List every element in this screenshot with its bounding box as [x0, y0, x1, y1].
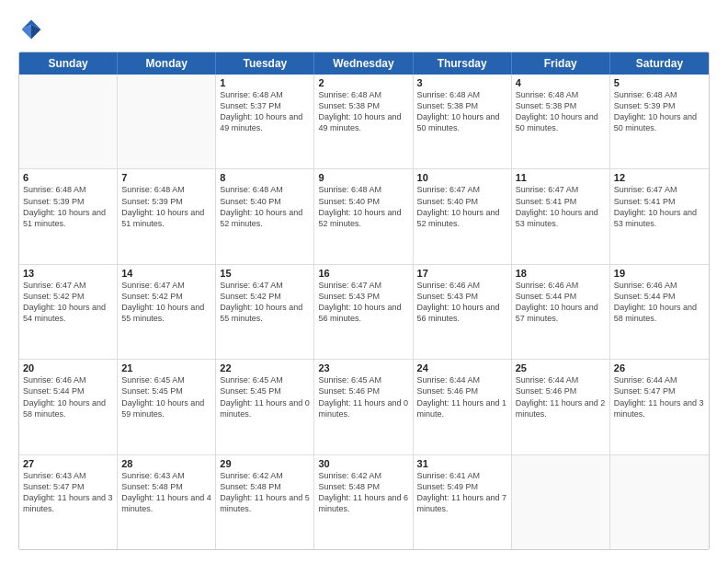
calendar-week-1: 6Sunrise: 6:48 AM Sunset: 5:39 PM Daylig…	[19, 169, 709, 264]
day-number: 18	[516, 268, 606, 279]
calendar-cell-34	[610, 455, 709, 549]
day-number: 8	[220, 172, 310, 183]
day-info: Sunrise: 6:48 AM Sunset: 5:38 PM Dayligh…	[318, 89, 408, 134]
day-number: 21	[121, 362, 211, 373]
day-number: 10	[417, 172, 507, 183]
day-number: 19	[614, 268, 705, 279]
calendar-cell-23: 22Sunrise: 6:45 AM Sunset: 5:45 PM Dayli…	[216, 360, 314, 454]
day-number: 28	[121, 458, 211, 469]
calendar-cell-24: 23Sunrise: 6:45 AM Sunset: 5:46 PM Dayli…	[314, 360, 413, 454]
calendar-cell-5: 4Sunrise: 6:48 AM Sunset: 5:38 PM Daylig…	[512, 75, 610, 168]
day-number: 29	[220, 458, 310, 469]
calendar-cell-9: 8Sunrise: 6:48 AM Sunset: 5:40 PM Daylig…	[216, 169, 314, 263]
day-header-wednesday: Wednesday	[314, 52, 413, 75]
day-info: Sunrise: 6:48 AM Sunset: 5:39 PM Dayligh…	[23, 184, 113, 229]
day-number: 26	[614, 362, 705, 373]
day-number: 5	[614, 77, 705, 88]
day-number: 7	[121, 172, 211, 183]
day-number: 31	[417, 458, 507, 469]
header	[18, 17, 710, 42]
day-info: Sunrise: 6:44 AM Sunset: 5:47 PM Dayligh…	[614, 374, 705, 419]
calendar-cell-17: 16Sunrise: 6:47 AM Sunset: 5:43 PM Dayli…	[314, 265, 413, 359]
calendar-cell-19: 18Sunrise: 6:46 AM Sunset: 5:44 PM Dayli…	[512, 265, 610, 359]
day-header-sunday: Sunday	[19, 52, 118, 75]
calendar-cell-26: 25Sunrise: 6:44 AM Sunset: 5:46 PM Dayli…	[512, 360, 610, 454]
day-number: 3	[417, 77, 507, 88]
day-info: Sunrise: 6:45 AM Sunset: 5:46 PM Dayligh…	[318, 374, 408, 419]
calendar-cell-20: 19Sunrise: 6:46 AM Sunset: 5:44 PM Dayli…	[610, 265, 709, 359]
day-number: 25	[516, 362, 606, 373]
day-info: Sunrise: 6:48 AM Sunset: 5:39 PM Dayligh…	[121, 184, 211, 229]
calendar-cell-15: 14Sunrise: 6:47 AM Sunset: 5:42 PM Dayli…	[118, 265, 216, 359]
calendar-cell-6: 5Sunrise: 6:48 AM Sunset: 5:39 PM Daylig…	[610, 75, 709, 168]
day-number: 15	[220, 268, 310, 279]
day-number: 16	[318, 268, 408, 279]
calendar-cell-21: 20Sunrise: 6:46 AM Sunset: 5:44 PM Dayli…	[19, 360, 118, 454]
calendar-week-0: 1Sunrise: 6:48 AM Sunset: 5:37 PM Daylig…	[19, 75, 709, 169]
day-info: Sunrise: 6:46 AM Sunset: 5:44 PM Dayligh…	[23, 374, 113, 419]
day-info: Sunrise: 6:46 AM Sunset: 5:44 PM Dayligh…	[516, 280, 606, 325]
day-number: 24	[417, 362, 507, 373]
calendar-cell-12: 11Sunrise: 6:47 AM Sunset: 5:41 PM Dayli…	[512, 169, 610, 263]
calendar-cell-22: 21Sunrise: 6:45 AM Sunset: 5:45 PM Dayli…	[118, 360, 216, 454]
day-header-monday: Monday	[118, 52, 216, 75]
calendar-cell-14: 13Sunrise: 6:47 AM Sunset: 5:42 PM Dayli…	[19, 265, 118, 359]
calendar-cell-25: 24Sunrise: 6:44 AM Sunset: 5:46 PM Dayli…	[414, 360, 512, 454]
day-info: Sunrise: 6:47 AM Sunset: 5:42 PM Dayligh…	[220, 280, 310, 325]
calendar-cell-28: 27Sunrise: 6:43 AM Sunset: 5:47 PM Dayli…	[19, 455, 118, 549]
day-header-friday: Friday	[512, 52, 610, 75]
logo-icon	[18, 17, 44, 42]
day-info: Sunrise: 6:47 AM Sunset: 5:42 PM Dayligh…	[23, 280, 113, 325]
calendar-cell-32: 31Sunrise: 6:41 AM Sunset: 5:49 PM Dayli…	[414, 455, 512, 549]
day-info: Sunrise: 6:42 AM Sunset: 5:48 PM Dayligh…	[318, 470, 408, 515]
day-info: Sunrise: 6:48 AM Sunset: 5:38 PM Dayligh…	[516, 89, 606, 134]
day-header-tuesday: Tuesday	[216, 52, 314, 75]
day-number: 2	[318, 77, 408, 88]
day-info: Sunrise: 6:47 AM Sunset: 5:42 PM Dayligh…	[121, 280, 211, 325]
calendar-week-4: 27Sunrise: 6:43 AM Sunset: 5:47 PM Dayli…	[19, 455, 709, 549]
day-info: Sunrise: 6:41 AM Sunset: 5:49 PM Dayligh…	[417, 470, 507, 515]
day-number: 12	[614, 172, 705, 183]
day-info: Sunrise: 6:48 AM Sunset: 5:39 PM Dayligh…	[614, 89, 705, 134]
calendar-cell-2: 1Sunrise: 6:48 AM Sunset: 5:37 PM Daylig…	[216, 75, 314, 168]
day-number: 22	[220, 362, 310, 373]
calendar-cell-27: 26Sunrise: 6:44 AM Sunset: 5:47 PM Dayli…	[610, 360, 709, 454]
calendar-cell-33	[512, 455, 610, 549]
day-info: Sunrise: 6:44 AM Sunset: 5:46 PM Dayligh…	[417, 374, 507, 419]
day-info: Sunrise: 6:48 AM Sunset: 5:40 PM Dayligh…	[318, 184, 408, 229]
day-info: Sunrise: 6:47 AM Sunset: 5:41 PM Dayligh…	[516, 184, 606, 229]
day-info: Sunrise: 6:42 AM Sunset: 5:48 PM Dayligh…	[220, 470, 310, 515]
day-info: Sunrise: 6:44 AM Sunset: 5:46 PM Dayligh…	[516, 374, 606, 419]
logo	[18, 17, 48, 42]
day-number: 13	[23, 268, 113, 279]
day-info: Sunrise: 6:47 AM Sunset: 5:40 PM Dayligh…	[417, 184, 507, 229]
calendar-header: SundayMondayTuesdayWednesdayThursdayFrid…	[19, 52, 709, 75]
calendar-body: 1Sunrise: 6:48 AM Sunset: 5:37 PM Daylig…	[19, 75, 709, 549]
calendar-week-3: 20Sunrise: 6:46 AM Sunset: 5:44 PM Dayli…	[19, 360, 709, 454]
day-number: 27	[23, 458, 113, 469]
day-number: 17	[417, 268, 507, 279]
day-info: Sunrise: 6:43 AM Sunset: 5:48 PM Dayligh…	[121, 470, 211, 515]
day-number: 9	[318, 172, 408, 183]
day-number: 6	[23, 172, 113, 183]
calendar-cell-8: 7Sunrise: 6:48 AM Sunset: 5:39 PM Daylig…	[118, 169, 216, 263]
calendar-cell-13: 12Sunrise: 6:47 AM Sunset: 5:41 PM Dayli…	[610, 169, 709, 263]
day-info: Sunrise: 6:48 AM Sunset: 5:37 PM Dayligh…	[220, 89, 310, 134]
day-info: Sunrise: 6:46 AM Sunset: 5:44 PM Dayligh…	[614, 280, 705, 325]
day-number: 4	[516, 77, 606, 88]
calendar-cell-11: 10Sunrise: 6:47 AM Sunset: 5:40 PM Dayli…	[414, 169, 512, 263]
calendar-cell-30: 29Sunrise: 6:42 AM Sunset: 5:48 PM Dayli…	[216, 455, 314, 549]
calendar-week-2: 13Sunrise: 6:47 AM Sunset: 5:42 PM Dayli…	[19, 265, 709, 360]
day-header-thursday: Thursday	[414, 52, 512, 75]
day-number: 23	[318, 362, 408, 373]
day-info: Sunrise: 6:45 AM Sunset: 5:45 PM Dayligh…	[121, 374, 211, 419]
day-info: Sunrise: 6:48 AM Sunset: 5:40 PM Dayligh…	[220, 184, 310, 229]
calendar-cell-29: 28Sunrise: 6:43 AM Sunset: 5:48 PM Dayli…	[118, 455, 216, 549]
day-number: 30	[318, 458, 408, 469]
day-info: Sunrise: 6:48 AM Sunset: 5:38 PM Dayligh…	[417, 89, 507, 134]
day-info: Sunrise: 6:46 AM Sunset: 5:43 PM Dayligh…	[417, 280, 507, 325]
day-info: Sunrise: 6:43 AM Sunset: 5:47 PM Dayligh…	[23, 470, 113, 515]
calendar-cell-10: 9Sunrise: 6:48 AM Sunset: 5:40 PM Daylig…	[314, 169, 413, 263]
calendar-cell-31: 30Sunrise: 6:42 AM Sunset: 5:48 PM Dayli…	[314, 455, 413, 549]
calendar-cell-16: 15Sunrise: 6:47 AM Sunset: 5:42 PM Dayli…	[216, 265, 314, 359]
